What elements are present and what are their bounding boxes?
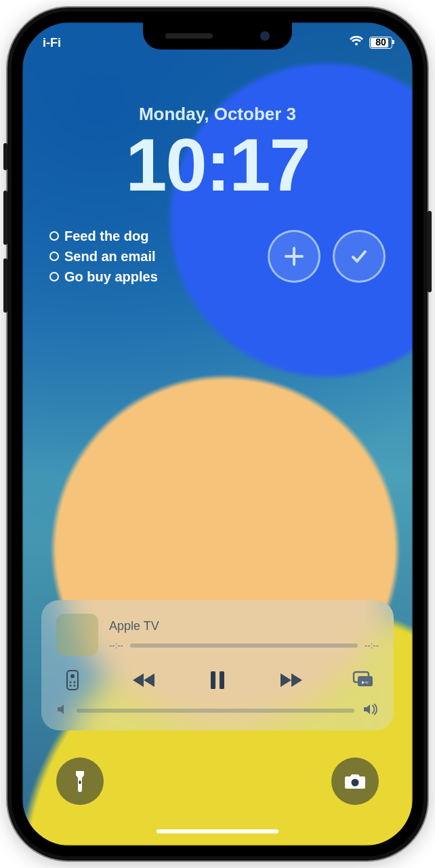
reminders-widget[interactable]: Feed the dog Send an email Go buy apples	[49, 226, 255, 287]
svg-point-1	[70, 674, 75, 678]
volume-up-button[interactable]	[3, 191, 7, 245]
time-remaining: --:--	[365, 640, 379, 650]
volume-low-icon	[56, 704, 68, 717]
volume-down-button[interactable]	[3, 258, 7, 313]
mute-switch[interactable]	[3, 143, 7, 170]
pause-icon	[209, 670, 226, 690]
todo-item: Feed the dog	[49, 226, 255, 246]
svg-point-12	[352, 779, 359, 787]
lock-screen-widgets: Feed the dog Send an email Go buy apples	[49, 226, 386, 287]
home-indicator[interactable]	[157, 829, 278, 833]
fast-forward-icon	[276, 671, 304, 689]
svg-rect-11	[79, 781, 81, 784]
play-pause-button[interactable]	[201, 667, 234, 694]
earpiece-speaker	[165, 33, 213, 39]
camera-button[interactable]	[331, 757, 379, 805]
svg-rect-0	[67, 671, 78, 690]
rewind-icon	[131, 671, 159, 689]
side-power-button[interactable]	[428, 211, 432, 292]
volume-high-icon	[362, 703, 379, 718]
date-label: Monday, October 3	[22, 104, 413, 125]
todo-item: Go buy apples	[49, 267, 255, 287]
airplay-icon: ▶tv	[351, 671, 374, 690]
camera-icon	[344, 772, 367, 790]
rewind-button[interactable]	[129, 667, 161, 694]
done-widget-button[interactable]	[333, 230, 386, 283]
svg-point-5	[74, 685, 76, 687]
todo-item: Send an email	[49, 246, 255, 267]
flashlight-icon	[72, 770, 88, 793]
check-icon	[348, 245, 371, 268]
scrubber-bar[interactable]	[130, 644, 358, 648]
airplay-button[interactable]: ▶tv	[346, 667, 379, 694]
svg-rect-6	[211, 671, 215, 689]
screen: i-Fi 80 Monday, October 3 10:17	[22, 22, 413, 846]
fast-forward-button[interactable]	[274, 667, 306, 694]
scrubber-row[interactable]: --:-- --:--	[109, 640, 379, 650]
svg-rect-7	[220, 671, 224, 689]
svg-point-3	[74, 682, 76, 684]
battery-percent: 80	[370, 37, 392, 47]
lock-screen-clock: Monday, October 3 10:17	[22, 104, 413, 202]
battery-indicator: 80	[369, 37, 392, 49]
media-source-label: Apple TV	[109, 619, 379, 633]
volume-slider[interactable]	[77, 709, 354, 713]
svg-point-2	[70, 682, 72, 684]
now-playing-card[interactable]: Apple TV --:-- --:--	[41, 600, 394, 730]
time-label: 10:17	[22, 127, 413, 202]
time-elapsed: --:--	[109, 640, 123, 650]
flashlight-button[interactable]	[56, 757, 104, 805]
wifi-icon	[349, 36, 364, 50]
notch	[143, 22, 292, 50]
svg-text:▶tv: ▶tv	[362, 680, 369, 684]
remote-icon	[66, 670, 79, 690]
carrier-label: i-Fi	[43, 36, 61, 50]
iphone-device-frame: i-Fi 80 Monday, October 3 10:17	[7, 7, 428, 861]
plus-icon	[283, 245, 306, 268]
svg-point-4	[70, 685, 72, 687]
remote-button[interactable]	[56, 667, 89, 694]
album-art	[56, 614, 98, 656]
front-camera	[260, 31, 270, 41]
add-widget-button[interactable]	[268, 230, 320, 283]
